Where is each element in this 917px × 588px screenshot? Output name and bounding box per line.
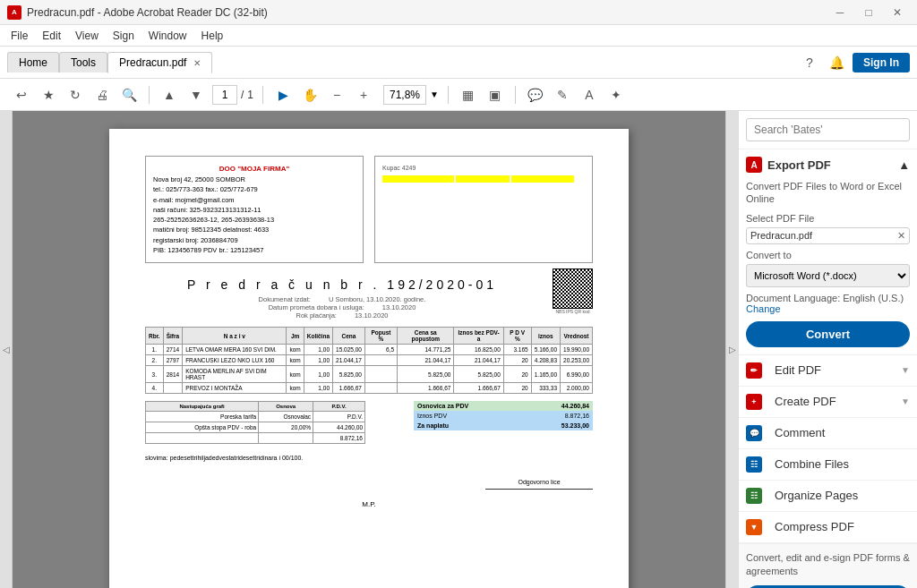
highlight-icon[interactable]: A <box>578 84 600 106</box>
left-panel-toggle[interactable]: ◁ <box>0 111 13 588</box>
page-total: 1 <box>247 89 253 101</box>
compress-pdf-label: Compress PDF <box>775 520 854 533</box>
selected-file-row: Predracun.pdf ✕ <box>746 227 910 244</box>
organize-pages-icon: ☷ <box>746 488 762 504</box>
window-title: Predracun.pdf - Adobe Acrobat Reader DC … <box>27 6 827 19</box>
rok-value: 13.10.2020 <box>355 311 389 320</box>
edit-pdf-tool[interactable]: ✏ Edit PDF ▼ <box>739 355 917 387</box>
qr-section: NBS IPS QR kod P r e d r a č u n b r . 1… <box>145 277 593 320</box>
company-pib: PIB: 123456789 PDV br.: 125123457 <box>153 245 356 255</box>
total-iznos-label: Iznos PDV <box>414 411 526 421</box>
organize-pages-tool[interactable]: ☷ Organize Pages <box>739 481 917 512</box>
bookmark-icon[interactable]: ★ <box>38 84 59 106</box>
toolbar: Home Tools Predracun.pdf ✕ ? 🔔 Sign In <box>0 47 917 79</box>
search-icon[interactable]: 🔍 <box>118 84 140 106</box>
comment-label: Comment <box>775 426 825 439</box>
combine-files-label: Combine Files <box>775 457 849 471</box>
menu-sign[interactable]: Sign <box>106 28 141 44</box>
window-controls: ─ □ ✕ <box>827 0 910 25</box>
zoom-in-icon[interactable]: + <box>353 84 374 106</box>
date-prometa: 13.10.2020 <box>382 303 416 311</box>
close-button[interactable]: ✕ <box>885 0 910 25</box>
doc-label: Dokumenat izdat: <box>259 295 311 303</box>
maximize-button[interactable]: □ <box>856 0 881 25</box>
total-naplata-row: Za naplatu 53.233,00 <box>414 421 593 430</box>
th-kolicina: Količina <box>304 328 332 345</box>
tab-home-label: Home <box>19 56 47 69</box>
qr-label: NBS IPS QR kod <box>553 309 593 314</box>
company-name: DOO "MOJA FIRMA" <box>153 164 356 175</box>
total-iznos-value: 8.872,16 <box>526 411 593 421</box>
company-info-box: DOO "MOJA FIRMA" Nova broj 42, 25000 SOM… <box>145 156 364 263</box>
combine-files-tool[interactable]: ☷ Combine Files <box>739 449 917 481</box>
zoom-area: ▼ <box>383 85 439 105</box>
selected-file-name: Predracun.pdf <box>750 230 897 241</box>
menu-file[interactable]: File <box>4 28 35 44</box>
th-rbr: Rbr. <box>146 328 164 345</box>
create-pdf-tool[interactable]: + Create PDF ▼ <box>739 387 917 418</box>
table-row: 1. 2714 LETVA OMAR MERA 160 SVI DIM. kom… <box>146 345 593 355</box>
menu-window[interactable]: Window <box>141 28 194 44</box>
date-prometa-label: Datum prometa dobara i usluga: <box>269 303 364 311</box>
menu-view[interactable]: View <box>68 28 106 44</box>
comment-tool[interactable]: 💬 Comment <box>739 418 917 449</box>
separator-2 <box>262 86 263 104</box>
total-pdv-label: Osnovica za PDV <box>414 401 526 411</box>
tab-tools[interactable]: Tools <box>59 52 107 72</box>
total-iznos-row: Iznos PDV 8.872,16 <box>414 411 593 421</box>
th-sifra: Šifra <box>163 328 182 345</box>
draw-icon[interactable]: ✎ <box>552 84 573 106</box>
stamp-icon[interactable]: ✦ <box>605 84 627 106</box>
tab-pdf[interactable]: Predracun.pdf ✕ <box>107 52 212 73</box>
zoom-input[interactable] <box>383 85 426 105</box>
signature-line: Odgovorno lice <box>485 479 593 491</box>
menubar: File Edit View Sign Window Help <box>0 25 917 47</box>
tab-home[interactable]: Home <box>7 52 59 72</box>
hand-icon[interactable]: ✋ <box>299 84 321 106</box>
zoom-out-icon[interactable]: − <box>326 84 347 106</box>
notifications-icon[interactable]: 🔔 <box>826 52 847 73</box>
comment-icon[interactable]: 💬 <box>525 84 546 106</box>
qr-code-container: NBS IPS QR kod <box>553 268 593 314</box>
page-nav: / 1 <box>212 85 253 105</box>
invoice-table: Rbr. Šifra N a z i v Jm Količina Cena Po… <box>145 327 593 394</box>
bates-search-input[interactable] <box>746 118 910 141</box>
total-pdv-row: Osnovica za PDV 44.260,84 <box>414 401 593 411</box>
cursor-icon[interactable]: ▶ <box>272 84 294 106</box>
change-lang-link[interactable]: Change <box>746 303 781 314</box>
minimize-button[interactable]: ─ <box>827 0 853 25</box>
page-number-input[interactable] <box>212 85 237 105</box>
convert-to-select[interactable]: Microsoft Word (*.docx) Microsoft Excel … <box>746 264 910 287</box>
next-page-icon[interactable]: ▼ <box>185 84 207 106</box>
fit-page-icon[interactable]: ▦ <box>458 84 479 106</box>
table-row: 4. PREVOZ I MONTAŽA kom 1,00 1.666,67 1.… <box>146 383 593 394</box>
export-pdf-icon: A <box>746 157 762 173</box>
rotate-icon[interactable]: ↻ <box>64 84 86 106</box>
convert-button[interactable]: Convert <box>746 321 910 347</box>
invoice-slovom: slovima: pedesettrihiljadedvestatrideset… <box>145 455 593 461</box>
print-icon[interactable]: 🖨 <box>91 84 113 106</box>
right-panel-toggle[interactable]: ▷ <box>725 111 738 588</box>
buyer-info-3 <box>511 175 574 183</box>
tax-row: 8.872,16 <box>146 433 365 444</box>
menu-edit[interactable]: Edit <box>35 28 68 44</box>
remove-file-button[interactable]: ✕ <box>897 230 905 242</box>
zoom-dropdown-icon[interactable]: ▼ <box>430 89 439 99</box>
separator-3 <box>448 86 449 104</box>
prev-page-icon[interactable]: ▲ <box>159 84 180 106</box>
export-pdf-title: Export PDF <box>767 158 831 172</box>
tab-close-icon[interactable]: ✕ <box>193 58 201 68</box>
th-pdv: P D V % <box>503 328 531 345</box>
menu-help[interactable]: Help <box>194 28 231 44</box>
company-reg: registarski broj: 2036884709 <box>153 235 356 245</box>
help-icon[interactable]: ? <box>799 52 820 73</box>
back-icon[interactable]: ↩ <box>11 84 32 106</box>
slovom-text: pedesettrihiljadedvestatridesettridinara… <box>170 455 304 461</box>
th-vrednost: Vrednost <box>561 328 593 345</box>
export-pdf-chevron[interactable]: ▲ <box>898 158 910 172</box>
tools-list: ✏ Edit PDF ▼ + Create PDF ▼ 💬 Comment ☷ … <box>739 355 917 543</box>
compress-pdf-tool[interactable]: ▼ Compress PDF <box>739 512 917 543</box>
table-row: 3. 2814 KOMODA MERLIN AF SVI DIM HRAST k… <box>146 366 593 383</box>
full-screen-icon[interactable]: ▣ <box>484 84 506 106</box>
signin-button[interactable]: Sign In <box>853 53 910 72</box>
